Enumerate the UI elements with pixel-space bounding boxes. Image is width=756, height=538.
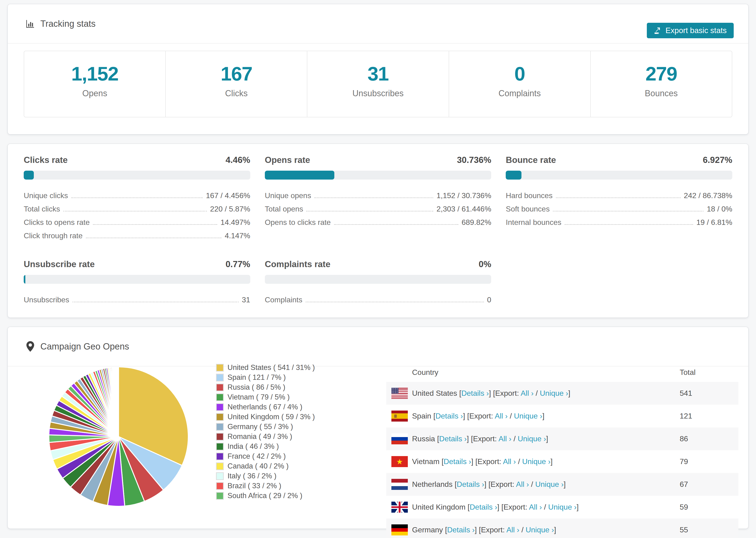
table-row-us: United States [Details ›] [Export: All ›… [386, 382, 738, 405]
geo-table: Country Total United States [Details ›] … [386, 363, 738, 538]
rate-detail-row: Soft bounces18 / 0% [506, 201, 732, 214]
country-column-header: Country [412, 368, 680, 377]
details-link[interactable]: Details › [447, 525, 474, 534]
rate-detail-row: Click through rate4.147% [24, 228, 250, 241]
export-all-link[interactable]: All › [529, 503, 542, 511]
bracket: ] [ [497, 503, 504, 511]
bracket: ] [ [489, 389, 495, 398]
export-unique-link[interactable]: Unique › [522, 457, 551, 466]
export-unique-link[interactable]: Unique › [535, 480, 564, 488]
nl-flag-icon [391, 479, 408, 490]
tracking-stats-card: Tracking stats Export basic stats 1,152O… [8, 4, 748, 134]
export-basic-stats-button[interactable]: Export basic stats [647, 23, 734, 38]
export-all-link[interactable]: All › [516, 480, 529, 488]
bracket: ] [577, 503, 579, 511]
stat-cell-complaints: 0Complaints [449, 51, 591, 117]
legend-swatch [216, 394, 224, 401]
rate-detail-row: Opens to clicks rate689.82% [265, 214, 491, 228]
legend-item: Brazil ( 33 / 2% ) [216, 481, 315, 491]
bracket: ] [568, 389, 570, 398]
legend-label: United Kingdom ( 59 / 3% ) [228, 413, 315, 421]
details-link[interactable]: Details › [469, 503, 497, 511]
export-icon [654, 27, 662, 34]
legend-label: Brazil ( 33 / 2% ) [228, 482, 281, 490]
stat-value: 31 [367, 62, 388, 85]
export-unique-link[interactable]: Unique › [518, 435, 546, 443]
export-all-link[interactable]: All › [503, 457, 516, 466]
tracking-stats-header: Tracking stats Export basic stats [8, 4, 748, 44]
total-cell: 55 [680, 525, 738, 534]
export-unique-link[interactable]: Unique › [526, 525, 554, 534]
geo-pie-legend: United States ( 541 / 31% )Spain ( 121 /… [216, 363, 315, 501]
country-name: Spain [412, 412, 433, 420]
bracket: ] [ [467, 435, 473, 443]
detail-value: 220 / 5.87% [210, 205, 250, 214]
export-all-link[interactable]: All › [507, 525, 519, 534]
legend-label: India ( 46 / 3% ) [228, 442, 279, 451]
rate-section-opens-rate: Opens rate30.736%Unique opens1,152 / 30.… [265, 155, 491, 241]
slash: / [519, 525, 526, 534]
geo-table-header: Country Total [386, 363, 738, 382]
country-cell: Vietnam [Details ›] [Export: All › / Uni… [412, 457, 680, 466]
export-all-link[interactable]: All › [520, 389, 533, 398]
legend-item: Vietnam ( 79 / 5% ) [216, 392, 315, 402]
details-link[interactable]: Details › [444, 457, 471, 466]
rate-detail-row: Unique clicks167 / 4.456% [24, 188, 250, 201]
export-unique-link[interactable]: Unique › [548, 503, 577, 511]
rate-title: Bounce rate [506, 155, 556, 165]
dotted-leader [93, 224, 217, 225]
details-link[interactable]: Details › [439, 435, 467, 443]
legend-item: Romania ( 49 / 3% ) [216, 432, 315, 442]
rate-detail-rows: Unique opens1,152 / 30.736%Total opens2,… [265, 188, 491, 228]
details-link[interactable]: Details › [461, 389, 489, 398]
rate-detail-row: Internal bounces19 / 6.81% [506, 214, 732, 228]
rate-section-complaints-rate: Complaints rate0%Complaints0 [265, 259, 491, 305]
detail-value: 0 [487, 296, 491, 305]
rate-detail-rows: Unique clicks167 / 4.456%Total clicks220… [24, 188, 250, 241]
export-label: Export: [477, 457, 503, 466]
flag-cell [386, 433, 412, 444]
legend-label: Canada ( 40 / 2% ) [228, 462, 289, 470]
rate-section-header: Clicks rate4.46% [24, 155, 250, 165]
rate-value: 0.77% [226, 259, 250, 269]
legend-item: Canada ( 40 / 2% ) [216, 461, 315, 471]
export-all-link[interactable]: All › [495, 412, 508, 420]
detail-label: Soft bounces [506, 205, 550, 214]
details-link[interactable]: Details › [436, 412, 463, 420]
rate-detail-row: Unsubscribes31 [24, 292, 250, 305]
legend-swatch [216, 462, 224, 470]
table-row-nl: Netherlands [Details ›] [Export: All › /… [386, 473, 738, 496]
legend-item: Italy ( 36 / 2% ) [216, 471, 315, 481]
export-unique-link[interactable]: Unique › [514, 412, 542, 420]
legend-item: South Africa ( 29 / 2% ) [216, 491, 315, 501]
slash: / [529, 480, 535, 488]
legend-swatch [216, 423, 224, 431]
total-cell: 59 [680, 503, 738, 511]
dotted-leader [565, 224, 693, 225]
rate-detail-rows: Unsubscribes31 [24, 292, 250, 305]
rate-progress-fill [265, 171, 335, 180]
details-link[interactable]: Details › [457, 480, 484, 488]
rate-title: Complaints rate [265, 259, 331, 269]
rate-section-bounce-rate: Bounce rate6.927%Hard bounces242 / 86.73… [506, 155, 732, 241]
table-row-es: Spain [Details ›] [Export: All › / Uniqu… [386, 405, 738, 427]
flag-cell [386, 388, 412, 399]
legend-label: Italy ( 36 / 2% ) [228, 472, 276, 480]
bracket: ] [564, 480, 566, 488]
bracket: ] [ [463, 412, 469, 420]
total-cell: 541 [680, 389, 738, 398]
dotted-leader [63, 211, 207, 211]
gb-flag-icon [391, 502, 408, 512]
legend-item: Russia ( 86 / 5% ) [216, 382, 315, 392]
rates-grid: Clicks rate4.46%Unique clicks167 / 4.456… [24, 155, 732, 305]
bracket: ] [542, 412, 544, 420]
export-all-link[interactable]: All › [499, 435, 512, 443]
rate-detail-rows: Complaints0 [265, 292, 491, 305]
legend-item: France ( 42 / 2% ) [216, 452, 315, 461]
legend-label: United States ( 541 / 31% ) [228, 363, 315, 372]
vn-flag-icon [391, 456, 408, 467]
rate-detail-row: Total clicks220 / 5.87% [24, 201, 250, 214]
export-unique-link[interactable]: Unique › [540, 389, 568, 398]
geo-header: Campaign Geo Opens [8, 327, 748, 366]
us-flag-icon [391, 388, 408, 399]
